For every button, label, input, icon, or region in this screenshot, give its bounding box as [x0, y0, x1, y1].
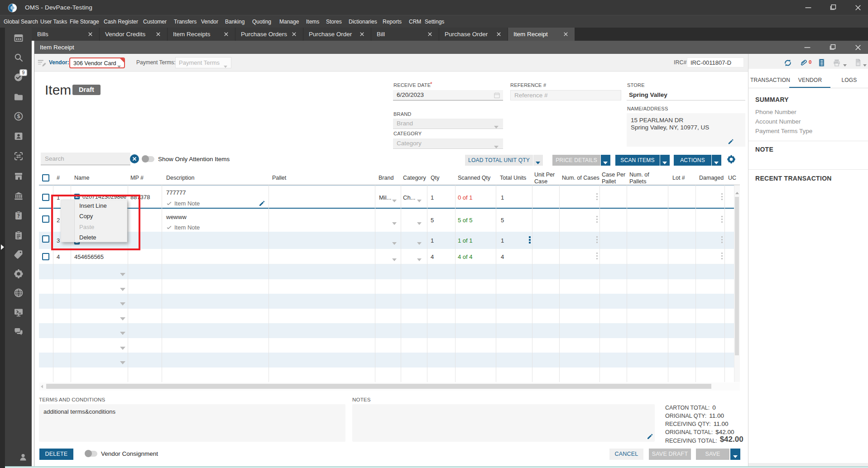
refresh-icon[interactable]	[783, 58, 792, 67]
sidebar-store-icon[interactable]	[13, 171, 24, 181]
sidebar-search-icon[interactable]	[13, 52, 24, 63]
table-row[interactable]	[39, 249, 740, 264]
table-empty-row[interactable]	[39, 323, 740, 338]
sidebar-gear-icon[interactable]	[13, 268, 24, 279]
sidebar-contact-icon[interactable]	[13, 131, 24, 142]
row-menu-kebab[interactable]	[721, 253, 723, 261]
menu-quoting[interactable]: Quoting	[252, 15, 271, 28]
doc-minimize-button[interactable]	[802, 45, 812, 50]
actions-button[interactable]: ACTIONS	[674, 155, 711, 166]
vendor-consignment-toggle[interactable]	[86, 451, 97, 457]
menu-transfers[interactable]: Transfers	[174, 15, 197, 28]
row-menu-kebab[interactable]	[596, 193, 598, 201]
menu-banking[interactable]: Banking	[225, 15, 245, 28]
row-checkbox[interactable]	[42, 235, 49, 243]
tab-1[interactable]: Vendor Credits	[100, 28, 168, 41]
terms-textarea[interactable]: additional terms&conditions	[39, 404, 345, 442]
table-empty-row[interactable]	[39, 368, 740, 382]
vendor-select[interactable]: 306 Vendor Card	[69, 57, 125, 68]
menu-reports[interactable]: Reports	[383, 15, 402, 28]
menu-file-storage[interactable]: File Storage	[70, 15, 99, 28]
delete-button[interactable]: DELETE	[39, 449, 73, 460]
irc-input[interactable]: IRC-0011807-D	[687, 57, 744, 67]
table-empty-row[interactable]	[39, 309, 740, 324]
doc-close-button[interactable]	[853, 43, 863, 53]
save-button[interactable]: SAVE	[696, 449, 729, 460]
save-draft-button[interactable]: SAVE DRAFT	[649, 449, 691, 460]
menu-stores[interactable]: Stores	[326, 15, 342, 28]
select-all-checkbox[interactable]	[42, 174, 49, 181]
window-minimize-button[interactable]	[803, 5, 813, 10]
attention-items-toggle[interactable]	[143, 156, 154, 162]
sidebar-terminal-icon[interactable]	[13, 307, 24, 318]
row-menu-kebab[interactable]	[596, 216, 598, 224]
table-settings-gear-icon[interactable]	[726, 154, 736, 164]
table-vscroll-thumb[interactable]	[735, 197, 739, 355]
row-menu-kebab[interactable]	[596, 253, 598, 261]
tab-close-icon[interactable]	[223, 31, 229, 37]
sidebar-user-icon[interactable]	[18, 452, 29, 463]
menu-customer[interactable]: Customer	[143, 15, 167, 28]
cancel-button[interactable]: CANCEL	[609, 449, 643, 460]
table-empty-row[interactable]	[39, 338, 740, 353]
price-details-button[interactable]: PRICE DETAILS	[552, 155, 600, 166]
price-details-button-dropdown[interactable]	[601, 155, 610, 166]
panel-tab-logs[interactable]: LOGS	[830, 72, 868, 88]
sidebar-globe-icon[interactable]	[13, 287, 24, 298]
table-empty-row[interactable]	[39, 264, 740, 279]
table-row[interactable]	[39, 232, 740, 249]
menu-cash-register[interactable]: Cash Register	[104, 15, 138, 28]
doc-restore-button[interactable]	[828, 43, 838, 53]
scroll-up-icon[interactable]	[735, 192, 739, 194]
row-menu-kebab[interactable]	[596, 236, 598, 244]
notes-textarea[interactable]	[352, 404, 655, 442]
receipt-icon[interactable]	[817, 58, 826, 67]
save-dropdown-button[interactable]	[730, 449, 740, 460]
table-empty-row[interactable]	[39, 353, 740, 368]
tab-close-icon[interactable]	[359, 31, 365, 37]
sidebar-money-icon[interactable]: $	[13, 111, 24, 122]
scan-items-button-dropdown[interactable]	[660, 155, 670, 166]
menu-global-search[interactable]: Global Search	[4, 15, 38, 28]
sidebar-dashboard-icon[interactable]	[13, 33, 24, 43]
reference-input[interactable]: Reference #	[510, 90, 621, 100]
sidebar-clipboard-list-icon[interactable]	[13, 230, 24, 241]
table-empty-row[interactable]	[39, 279, 740, 294]
panel-tab-transaction[interactable]: TRANSACTION	[750, 72, 790, 88]
clear-search-button[interactable]	[130, 154, 139, 163]
tab-close-icon[interactable]	[291, 31, 297, 37]
receive-date-input[interactable]: 6/20/2023	[393, 90, 503, 100]
scroll-left-icon[interactable]	[41, 385, 43, 388]
attachment-icon[interactable]	[799, 58, 807, 67]
menu-items[interactable]: Items	[306, 15, 319, 28]
tab-7[interactable]: Item Receipt	[508, 28, 575, 41]
window-close-button[interactable]	[853, 3, 863, 13]
tab-close-icon[interactable]	[155, 31, 161, 37]
row-menu-kebab[interactable]	[721, 193, 723, 201]
menu-vendor[interactable]: Vendor	[201, 15, 218, 28]
tab-close-icon[interactable]	[87, 31, 93, 37]
tab-3[interactable]: Purchase Orders	[235, 28, 303, 41]
sidebar-folder-icon[interactable]	[13, 91, 24, 102]
menu-crm[interactable]: CRM	[409, 15, 421, 28]
brand-select[interactable]: Brand	[393, 119, 503, 129]
edit-address-icon[interactable]	[728, 138, 734, 145]
sidebar-clipboard-question-icon[interactable]: ?	[13, 210, 24, 221]
load-total-unit-qty-button[interactable]: LOAD TOTAL UNIT QTY	[465, 155, 533, 166]
sidebar-tag-icon[interactable]	[13, 249, 24, 260]
edit-description-icon[interactable]	[259, 200, 266, 207]
tab-4[interactable]: Purchase Order	[303, 28, 371, 41]
table-row[interactable]	[39, 209, 740, 232]
tab-2[interactable]: Item Receipts	[168, 28, 235, 41]
tab-6[interactable]: Purchase Order	[439, 28, 508, 41]
row-checkbox[interactable]	[42, 253, 49, 260]
load-total-unit-qty-button-dropdown[interactable]	[533, 155, 543, 166]
panel-tab-vendor[interactable]: VENDOR	[790, 72, 830, 88]
edit-notes-icon[interactable]	[647, 433, 654, 440]
payment-terms-select[interactable]: Payment Terms	[175, 57, 231, 68]
menu-settings[interactable]: Settings	[425, 15, 444, 28]
row-checkbox[interactable]	[42, 194, 49, 201]
panel-expander-arrow[interactable]	[1, 244, 4, 250]
scan-items-button[interactable]: SCAN ITEMS	[615, 155, 660, 166]
category-select[interactable]: Category	[393, 138, 503, 149]
